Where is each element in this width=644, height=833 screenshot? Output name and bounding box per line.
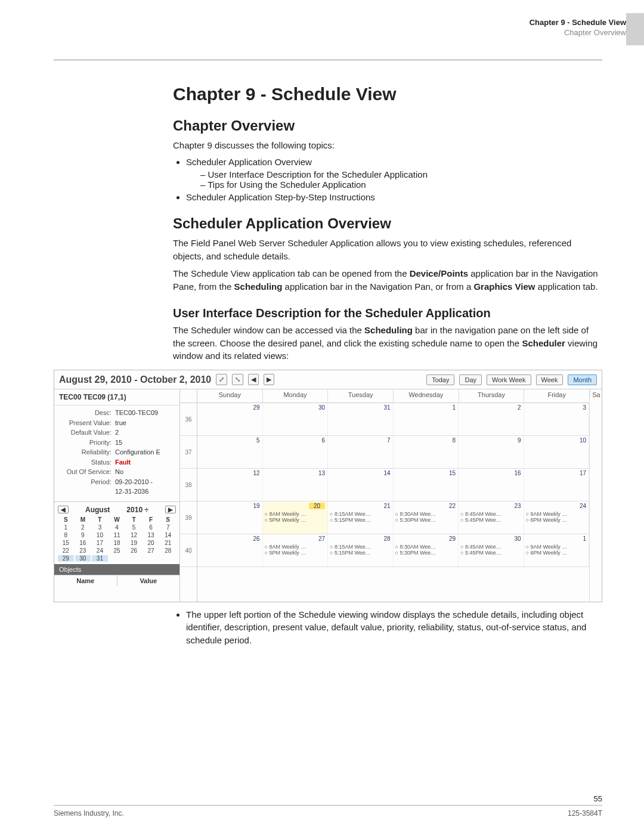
calendar-event[interactable]: 9AM Weekly … [526, 511, 587, 517]
calendar-event[interactable]: 8:30AM Wee… [395, 511, 457, 517]
mini-cal-day[interactable]: 11 [109, 532, 125, 538]
calendar-cell[interactable]: 3 [524, 403, 590, 435]
zoom-in-button[interactable]: ⤢ [216, 374, 227, 385]
mini-cal-day[interactable]: 8 [58, 532, 74, 538]
week-button[interactable]: Week [536, 374, 564, 385]
calendar-event[interactable]: 5:15PM Wee… [330, 517, 391, 523]
calendar-cell[interactable]: 19AM Weekly …6PM Weekly … [524, 534, 590, 566]
workweek-button[interactable]: Work Week [487, 374, 531, 385]
calendar-event[interactable]: 6PM Weekly … [526, 550, 587, 556]
calendar-event[interactable]: 5:45PM Wee… [460, 517, 522, 523]
calendar-event[interactable]: 5:30PM Wee… [395, 550, 457, 556]
ui-heading: User Interface Description for the Sched… [173, 306, 602, 320]
mini-cal-day[interactable]: 27 [143, 547, 159, 554]
calendar-event[interactable]: 8:45AM Wee… [460, 544, 522, 550]
mini-cal-day[interactable]: 16 [75, 540, 91, 546]
day-number: 8 [452, 437, 456, 444]
zoom-out-button[interactable]: ⤡ [232, 374, 243, 385]
calendar-event[interactable]: 8AM Weekly … [265, 544, 326, 550]
today-button[interactable]: Today [426, 374, 454, 385]
objects-bar[interactable]: Objects [54, 564, 179, 575]
mini-cal-day[interactable]: 5 [126, 524, 142, 531]
calendar-event[interactable]: 8:15AM Wee… [330, 511, 391, 517]
calendar-event[interactable]: 8:30AM Wee… [395, 544, 457, 550]
calendar-cell[interactable]: 9 [459, 436, 524, 468]
mini-cal-next[interactable]: ▶ [165, 506, 176, 513]
calendar-cell[interactable]: 16 [459, 469, 524, 501]
calendar-event[interactable]: 5PM Weekly … [265, 550, 326, 556]
calendar-cell[interactable]: 12 [197, 469, 263, 501]
mini-cal-day[interactable]: 14 [160, 532, 176, 538]
calendar-cell[interactable]: 8 [394, 436, 459, 468]
calendar-event[interactable]: 5:45PM Wee… [460, 550, 522, 556]
mini-cal-day[interactable]: 7 [160, 524, 176, 531]
calendar-event[interactable]: 9AM Weekly … [526, 544, 587, 550]
calendar-event[interactable]: 5:30PM Wee… [395, 517, 457, 523]
calendar-cell[interactable]: 218:15AM Wee…5:15PM Wee… [328, 501, 394, 534]
calendar-cell[interactable]: 31 [328, 403, 394, 435]
day-button[interactable]: Day [459, 374, 482, 385]
calendar-cell[interactable]: 17 [524, 469, 590, 501]
mini-cal-day[interactable]: 4 [109, 524, 125, 531]
prev-button[interactable]: ◀ [248, 374, 259, 385]
calendar-cell[interactable]: 238:45AM Wee…5:45PM Wee… [459, 501, 524, 534]
mini-cal-day[interactable]: 29 [58, 555, 74, 562]
calendar-cell[interactable]: 249AM Weekly …6PM Weekly … [524, 501, 590, 534]
calendar-cell[interactable]: 19 [197, 501, 263, 534]
mini-cal-day[interactable] [143, 555, 159, 562]
mini-cal-day[interactable]: 30 [75, 555, 91, 562]
calendar-cell[interactable]: 26 [197, 534, 263, 566]
mini-cal-day[interactable] [109, 555, 125, 562]
calendar-event[interactable]: 8AM Weekly … [265, 511, 326, 517]
calendar-cell[interactable]: 14 [328, 469, 394, 501]
mini-cal-day[interactable]: 6 [143, 524, 159, 531]
calendar-cell[interactable]: 288:15AM Wee…5:15PM Wee… [328, 534, 394, 566]
calendar-cell[interactable]: 1 [394, 403, 459, 435]
calendar-cell[interactable]: 6 [263, 436, 329, 468]
calendar-cell[interactable]: 2 [459, 403, 524, 435]
mini-cal-day[interactable]: 31 [92, 555, 108, 562]
mini-cal-day[interactable]: 10 [92, 532, 108, 538]
mini-cal-dow: F [143, 516, 159, 523]
mini-cal-day[interactable]: 22 [58, 547, 74, 554]
mini-cal-day[interactable] [160, 555, 176, 562]
next-button[interactable]: ▶ [264, 374, 274, 385]
mini-cal-day[interactable]: 17 [92, 540, 108, 546]
mini-cal-day[interactable] [126, 555, 142, 562]
calendar-cell[interactable]: 208AM Weekly …5PM Weekly … [263, 501, 329, 534]
mini-cal-day[interactable]: 3 [92, 524, 108, 531]
mini-cal-day[interactable]: 18 [109, 540, 125, 546]
mini-cal-day[interactable]: 24 [92, 547, 108, 554]
calendar-event[interactable]: 5:15PM Wee… [330, 550, 391, 556]
calendar-event[interactable]: 5PM Weekly … [265, 517, 326, 523]
mini-cal-day[interactable]: 26 [126, 547, 142, 554]
calendar-cell[interactable]: 228:30AM Wee…5:30PM Wee… [394, 501, 459, 534]
calendar-cell[interactable]: 298:30AM Wee…5:30PM Wee… [394, 534, 459, 566]
mini-cal-day[interactable]: 23 [75, 547, 91, 554]
calendar-cell[interactable]: 13 [263, 469, 329, 501]
mini-cal-day[interactable]: 28 [160, 547, 176, 554]
mini-cal-day[interactable]: 13 [143, 532, 159, 538]
calendar-event[interactable]: 8:45AM Wee… [460, 511, 522, 517]
calendar-event[interactable]: 6PM Weekly … [526, 517, 587, 523]
calendar-cell[interactable]: 29 [197, 403, 263, 435]
calendar-cell[interactable]: 278AM Weekly …5PM Weekly … [263, 534, 329, 566]
mini-cal-day[interactable]: 9 [75, 532, 91, 538]
calendar-cell[interactable]: 30 [263, 403, 329, 435]
mini-cal-day[interactable]: 2 [75, 524, 91, 531]
month-button[interactable]: Month [568, 374, 597, 385]
calendar-event[interactable]: 8:15AM Wee… [330, 544, 391, 550]
mini-cal-day[interactable]: 20 [143, 540, 159, 546]
calendar-cell[interactable]: 5 [197, 436, 263, 468]
calendar-cell[interactable]: 7 [328, 436, 394, 468]
mini-cal-prev[interactable]: ◀ [58, 506, 69, 513]
calendar-cell[interactable]: 10 [524, 436, 590, 468]
calendar-cell[interactable]: 15 [394, 469, 459, 501]
calendar-cell[interactable]: 308:45AM Wee…5:45PM Wee… [459, 534, 524, 566]
mini-cal-day[interactable]: 12 [126, 532, 142, 538]
mini-cal-day[interactable]: 1 [58, 524, 74, 531]
mini-cal-day[interactable]: 21 [160, 540, 176, 546]
mini-cal-day[interactable]: 25 [109, 547, 125, 554]
mini-cal-day[interactable]: 19 [126, 540, 142, 546]
mini-cal-day[interactable]: 15 [58, 540, 74, 546]
